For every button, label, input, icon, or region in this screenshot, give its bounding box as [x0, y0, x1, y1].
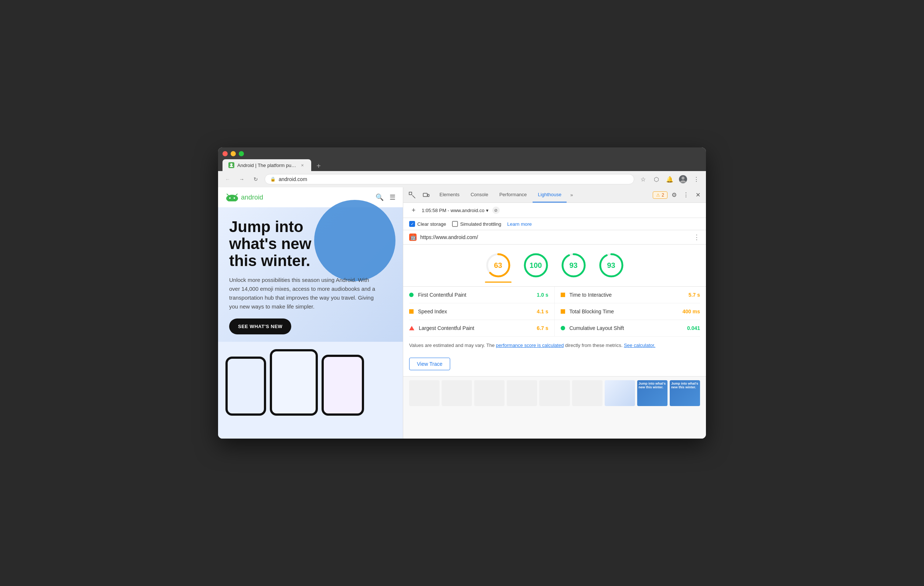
clear-storage-checkbox[interactable]: ✓ — [409, 221, 415, 227]
filmstrip-frame-4 — [507, 380, 537, 406]
tab-elements[interactable]: Elements — [434, 187, 465, 202]
inspect-element-icon[interactable] — [406, 189, 418, 201]
back-button[interactable]: ← — [223, 174, 233, 184]
learn-more-link[interactable]: Learn more — [507, 221, 531, 227]
svg-point-0 — [230, 163, 233, 166]
devtools-scroll-area[interactable]: + 1:05:58 PM - www.android.co ▾ ⊘ — [403, 203, 706, 439]
score-3: 93 — [560, 252, 587, 283]
tab-close-button[interactable]: ✕ — [299, 162, 305, 168]
add-button[interactable]: + — [409, 206, 418, 215]
settings-button[interactable]: ⚙ — [669, 190, 679, 200]
note-middle: directly from these metrics. — [564, 342, 624, 348]
stop-icon: ⊘ — [494, 208, 497, 213]
more-options-button[interactable]: ⋮ — [681, 190, 691, 200]
active-tab[interactable]: Android | The platform pushing ✕ — [223, 159, 311, 171]
filmstrip-frame-2 — [442, 380, 472, 406]
website-panel: android 🔍 ☰ Jump into what's new this wi… — [218, 187, 403, 439]
android-logo: android — [226, 193, 263, 201]
url-bar[interactable]: 🔒 android.com — [265, 174, 634, 184]
more-tabs-button[interactable]: » — [568, 190, 576, 200]
tbt-value: 400 ms — [683, 308, 700, 314]
simulated-throttling-checkbox[interactable] — [452, 221, 458, 227]
see-whats-new-button[interactable]: SEE WHAT'S NEW — [229, 318, 291, 334]
hero-body: Unlock more possibilities this season us… — [229, 276, 377, 311]
filmstrip-frame-3 — [474, 380, 505, 406]
filmstrip-frame-7 — [605, 380, 635, 406]
cls-indicator — [561, 326, 565, 330]
browser-window: Android | The platform pushing ✕ + ← → ↻… — [218, 147, 706, 439]
tab-console[interactable]: Console — [465, 187, 493, 202]
tab-lighthouse[interactable]: Lighthouse — [533, 187, 567, 202]
perf-score-link[interactable]: performance score is calculated — [496, 342, 564, 348]
url-dropdown[interactable]: 1:05:58 PM - www.android.co ▾ — [422, 207, 488, 213]
menu-icon[interactable]: ⋮ — [691, 174, 701, 184]
url-result-left: 🤖 https://www.android.com/ — [409, 234, 478, 241]
devtools-right-controls: ⚠ 2 ⚙ ⋮ ✕ — [653, 190, 703, 200]
maximize-traffic-light[interactable] — [239, 151, 244, 156]
svg-line-5 — [227, 194, 228, 196]
filmstrip: Jump into what's new this winter. Jump i… — [403, 376, 706, 410]
profile-icon[interactable] — [678, 174, 688, 184]
cls-name: Cumulative Layout Shift — [569, 325, 683, 331]
filmstrip-frame-9: Jump into what's new this winter. — [670, 380, 700, 406]
stop-button[interactable]: ⊘ — [492, 207, 500, 214]
lock-icon: 🔒 — [270, 177, 276, 182]
star-icon[interactable]: ☆ — [638, 174, 648, 184]
metric-tbt: Total Blocking Time 400 ms — [555, 303, 700, 319]
url-result-more-button[interactable]: ⋮ — [693, 233, 700, 241]
url-text: android.com — [279, 176, 307, 182]
warning-badge[interactable]: ⚠ 2 — [653, 191, 668, 199]
favicon-icon: 🤖 — [410, 234, 416, 240]
si-value: 4.1 s — [537, 308, 548, 314]
forward-button[interactable]: → — [236, 174, 247, 184]
search-icon[interactable]: 🔍 — [376, 193, 384, 201]
responsive-icon[interactable] — [420, 189, 432, 201]
clear-storage-option[interactable]: ✓ Clear storage — [409, 221, 446, 227]
notification-icon[interactable]: 🔔 — [665, 174, 675, 184]
score-value-2: 100 — [530, 261, 542, 270]
new-tab-button[interactable]: + — [314, 161, 324, 171]
minimize-traffic-light[interactable] — [231, 151, 236, 156]
devtools-tabs: Elements Console Performance Lighthouse … — [403, 187, 706, 203]
dropdown-arrow: ▾ — [486, 207, 488, 213]
options-bar: ✓ Clear storage Simulated throttling Lea… — [403, 218, 706, 230]
refresh-button[interactable]: ↻ — [251, 174, 261, 184]
check-icon: ✓ — [411, 222, 414, 227]
svg-point-4 — [234, 197, 235, 199]
close-traffic-light[interactable] — [223, 151, 228, 156]
metric-tti: Time to Interactive 5.7 s — [555, 287, 700, 303]
metric-pair-3: Largest Contentful Paint 6.7 s Cumulativ… — [409, 320, 700, 337]
tbt-indicator — [561, 309, 565, 314]
browser-chrome: Android | The platform pushing ✕ + — [218, 147, 706, 171]
address-bar-right: ☆ ⬡ 🔔 ⋮ — [638, 174, 701, 184]
tab-favicon — [228, 162, 234, 168]
metric-pair-1: First Contentful Paint 1.0 s Time to Int… — [409, 287, 700, 303]
lighthouse-favicon: 🤖 — [409, 234, 417, 241]
scores-area: 63 100 — [403, 245, 706, 287]
score-value-4: 93 — [607, 261, 615, 270]
close-devtools-button[interactable]: ✕ — [693, 190, 703, 200]
tab-performance[interactable]: Performance — [494, 187, 532, 202]
tti-name: Time to Interactive — [569, 292, 684, 298]
lighthouse-toolbar: + 1:05:58 PM - www.android.co ▾ ⊘ — [403, 203, 706, 218]
score-value-3: 93 — [569, 261, 578, 270]
traffic-lights — [223, 151, 701, 156]
address-bar: ← → ↻ 🔒 android.com ☆ ⬡ 🔔 ⋮ — [218, 171, 706, 187]
phone-screen-2 — [272, 351, 316, 413]
svg-point-3 — [229, 197, 231, 199]
main-content: android 🔍 ☰ Jump into what's new this wi… — [218, 187, 706, 439]
menu-hamburger-icon[interactable]: ☰ — [389, 193, 396, 201]
calculator-link[interactable]: See calculator. — [624, 342, 655, 348]
cls-value: 0.041 — [687, 325, 700, 331]
extension-icon[interactable]: ⬡ — [651, 174, 662, 184]
score-ring-1: 63 — [485, 252, 512, 278]
fcp-indicator — [409, 293, 414, 297]
lcp-name: Largest Contentful Paint — [419, 325, 532, 331]
simulated-throttling-option[interactable]: Simulated throttling — [452, 221, 501, 227]
view-trace-button[interactable]: View Trace — [409, 358, 450, 370]
view-trace-section: View Trace — [403, 355, 706, 376]
note-text: Values are estimated and may vary. The p… — [403, 337, 706, 355]
phone-screen-1 — [228, 359, 264, 413]
toolbar-timestamp: 1:05:58 PM - www.android.co — [422, 207, 485, 213]
metric-cls: Cumulative Layout Shift 0.041 — [555, 320, 700, 336]
